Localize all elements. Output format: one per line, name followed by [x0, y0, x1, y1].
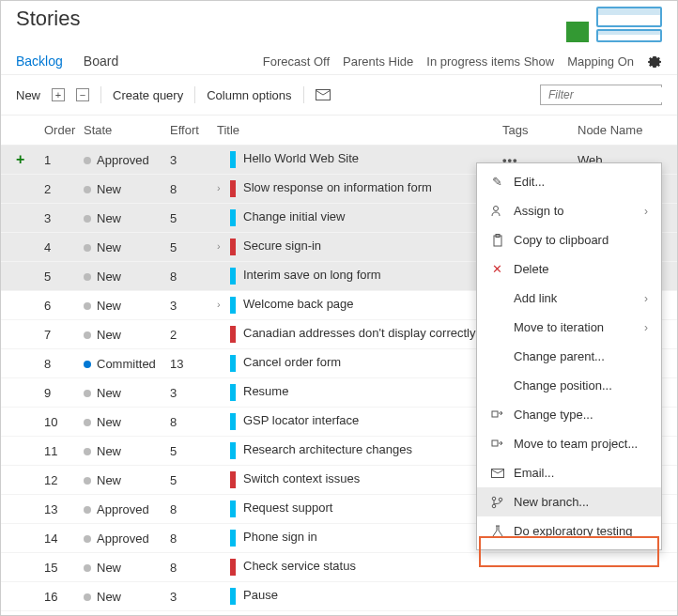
context-menu: ✎Edit... Assign to› Copy to clipboard ✕D… — [476, 162, 662, 550]
cell-state: New — [84, 328, 170, 342]
cell-title[interactable]: Resume — [217, 384, 502, 401]
svg-point-11 — [499, 498, 502, 501]
svg-point-9 — [492, 497, 496, 500]
cell-effort: 8 — [170, 182, 217, 196]
ctx-delete[interactable]: ✕Delete — [477, 254, 661, 284]
ctx-move-project[interactable]: Move to team project... — [477, 429, 661, 458]
table-row[interactable]: 15New8Check service status — [1, 553, 677, 582]
cell-title[interactable]: Interim save on long form — [217, 268, 502, 285]
cell-effort: 8 — [170, 561, 217, 575]
ctx-change-type[interactable]: Change type... — [477, 400, 661, 429]
state-dot-icon — [84, 535, 91, 543]
cell-order: 13 — [44, 502, 84, 516]
flask-icon — [490, 524, 504, 538]
tab-board[interactable]: Board — [84, 54, 118, 69]
ctx-edit[interactable]: ✎Edit... — [477, 167, 661, 196]
cell-order: 9 — [44, 386, 84, 400]
type-bar-icon — [230, 530, 236, 547]
cell-state: New — [84, 473, 170, 487]
cell-state: Committed — [84, 357, 170, 371]
cell-effort: 3 — [170, 153, 217, 167]
state-dot-icon — [84, 302, 91, 310]
change-type-icon — [490, 408, 504, 422]
cell-effort: 5 — [170, 211, 217, 225]
type-bar-icon — [230, 500, 236, 517]
cell-order: 6 — [44, 299, 84, 313]
cell-effort: 3 — [170, 299, 217, 313]
type-bar-icon — [230, 209, 236, 226]
cell-title[interactable]: Phone sign in — [217, 530, 502, 547]
state-dot-icon — [84, 361, 91, 368]
cell-effort: 13 — [170, 357, 217, 371]
cell-title[interactable]: Check service status — [217, 559, 502, 576]
sprint-chart — [566, 7, 662, 42]
cell-title[interactable]: GSP locator interface — [217, 413, 502, 430]
ctx-change-position[interactable]: Change position... — [477, 371, 661, 400]
opt-forecast[interactable]: Forecast Off — [263, 54, 330, 69]
cell-title[interactable]: Canadian addresses don't display correct… — [217, 326, 502, 343]
cell-title[interactable]: Request support — [217, 500, 502, 517]
tab-backlog[interactable]: Backlog — [16, 54, 63, 69]
ctx-copy[interactable]: Copy to clipboard — [477, 225, 661, 254]
cell-state: Approved — [84, 531, 170, 546]
filter-input[interactable] — [547, 87, 678, 102]
ctx-move-iteration[interactable]: Move to iteration› — [477, 313, 661, 342]
ctx-assign-to[interactable]: Assign to› — [477, 196, 661, 225]
cell-title[interactable]: ›Secure sign-in — [217, 239, 502, 255]
opt-parents[interactable]: Parents Hide — [343, 54, 413, 69]
create-query-button[interactable]: Create query — [113, 88, 183, 102]
cell-order: 5 — [44, 270, 84, 284]
ctx-email[interactable]: Email... — [477, 458, 661, 487]
cell-order: 1 — [44, 153, 84, 167]
opt-inprogress[interactable]: In progress items Show — [426, 54, 554, 69]
cell-title[interactable]: ›Slow response on information form — [217, 180, 502, 197]
type-bar-icon — [230, 268, 236, 285]
cell-effort: 8 — [170, 270, 217, 284]
cell-order: 16 — [44, 590, 84, 604]
email-icon[interactable] — [316, 89, 331, 100]
filter-input-wrap[interactable] — [540, 85, 662, 105]
add-icon[interactable]: + — [16, 151, 24, 167]
remove-child-icon[interactable]: − — [76, 88, 89, 101]
column-options-button[interactable]: Column options — [207, 88, 291, 102]
table-row[interactable]: 16New3Pause — [1, 582, 677, 611]
cell-title[interactable]: Switch context issues — [217, 471, 502, 488]
type-bar-icon — [230, 151, 236, 168]
state-dot-icon — [84, 215, 91, 223]
add-child-icon[interactable]: + — [52, 88, 65, 101]
cell-state: New — [84, 590, 170, 604]
type-bar-icon — [230, 413, 236, 430]
cell-effort: 5 — [170, 444, 217, 458]
cell-effort: 5 — [170, 240, 217, 254]
svg-point-10 — [492, 504, 496, 508]
type-bar-icon — [230, 442, 236, 459]
page-title: Stories — [16, 7, 80, 31]
cell-title[interactable]: Hello World Web Site — [217, 151, 502, 168]
ctx-exploratory-testing[interactable]: Do exploratory testing — [477, 516, 661, 546]
ctx-change-parent[interactable]: Change parent... — [477, 342, 661, 371]
cell-order: 14 — [44, 531, 84, 546]
cell-title[interactable]: Change initial view — [217, 209, 502, 226]
cell-title[interactable]: Cancel order form — [217, 355, 502, 372]
state-dot-icon — [84, 331, 91, 339]
cell-order: 3 — [44, 211, 84, 225]
pencil-icon: ✎ — [490, 175, 504, 189]
opt-mapping[interactable]: Mapping On — [567, 54, 634, 69]
cell-state: New — [84, 240, 170, 254]
cell-title[interactable]: Pause — [217, 588, 502, 605]
branch-icon — [490, 495, 504, 509]
chevron-right-icon: › — [217, 299, 226, 310]
cell-effort: 3 — [170, 590, 217, 604]
gear-icon[interactable] — [647, 54, 662, 69]
cell-title[interactable]: ›Welcome back page — [217, 297, 502, 314]
cell-effort: 3 — [170, 386, 217, 400]
cell-order: 11 — [44, 444, 84, 458]
cell-title[interactable]: Research architecture changes — [217, 442, 502, 459]
type-bar-icon — [230, 355, 236, 372]
ctx-new-branch[interactable]: New branch... — [477, 487, 661, 516]
state-dot-icon — [84, 244, 91, 252]
new-button[interactable]: New — [16, 88, 40, 102]
cell-state: Approved — [84, 153, 170, 167]
ctx-add-link[interactable]: Add link› — [477, 284, 661, 313]
type-bar-icon — [230, 471, 236, 488]
